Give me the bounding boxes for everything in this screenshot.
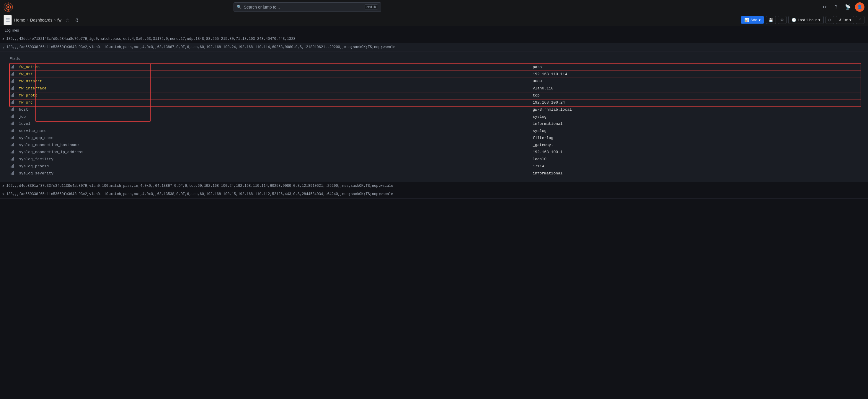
field-name: service_name bbox=[18, 128, 530, 135]
svg-rect-30 bbox=[13, 114, 14, 118]
bar-chart-icon[interactable] bbox=[11, 164, 15, 168]
star-icon: ☆ bbox=[66, 18, 69, 23]
search-icon: 🔍 bbox=[237, 5, 242, 9]
svg-rect-47 bbox=[12, 158, 13, 161]
svg-rect-9 bbox=[13, 65, 14, 68]
notifications-button[interactable]: 📡 bbox=[843, 2, 852, 12]
svg-rect-41 bbox=[12, 144, 13, 146]
svg-rect-22 bbox=[11, 102, 11, 104]
section-header: Log lines bbox=[0, 26, 868, 35]
breadcrumb: Home › Dashboards › fw bbox=[14, 18, 61, 23]
breadcrumb-home[interactable]: Home bbox=[14, 18, 25, 23]
bar-chart-icon[interactable] bbox=[11, 136, 15, 139]
svg-point-2 bbox=[7, 6, 9, 8]
log-row[interactable]: > 133,,,fae559338f65e11c53669fc3642c93c2… bbox=[0, 190, 868, 199]
bar-chart-icon[interactable] bbox=[11, 171, 15, 175]
field-value: 192.168.100.1 bbox=[530, 149, 861, 156]
add-panel-button[interactable]: 📊 Add ▾ bbox=[741, 16, 764, 24]
table-row: host gw-3.rhmlab.local bbox=[9, 106, 861, 113]
fields-header: Fields bbox=[9, 56, 861, 61]
bar-chart-icon[interactable] bbox=[11, 129, 15, 132]
save-dashboard-button[interactable]: 💾 bbox=[766, 16, 776, 24]
svg-rect-42 bbox=[13, 143, 14, 146]
bar-chart-icon[interactable] bbox=[11, 72, 15, 75]
time-range-picker[interactable]: 🕐 Last 1 hour ▾ bbox=[788, 16, 824, 24]
bell-icon: 📡 bbox=[845, 4, 851, 10]
expand-arrow[interactable]: > bbox=[2, 192, 4, 197]
field-value: filterlog bbox=[530, 135, 861, 142]
bar-chart-icon[interactable] bbox=[11, 143, 15, 146]
refresh-button[interactable]: ↺ 1m ▾ bbox=[836, 16, 854, 24]
svg-rect-39 bbox=[13, 136, 14, 139]
bar-chart-icon[interactable] bbox=[11, 86, 15, 90]
avatar[interactable]: 👤 bbox=[855, 2, 864, 12]
table-row: fw_action pass bbox=[9, 64, 861, 71]
svg-rect-46 bbox=[11, 159, 11, 161]
toolbar-right: 📊 Add ▾ 💾 ⚙ 🕐 Last 1 hour ▾ ⊖ ↺ 1m ▾ ⌃ bbox=[741, 16, 864, 24]
table-row: syslog_facility local0 bbox=[9, 156, 861, 163]
bar-chart-icon[interactable] bbox=[11, 100, 15, 104]
svg-rect-32 bbox=[12, 123, 13, 125]
log-row[interactable]: > 162,,,d4eb3301af37b33fe3fd1138e4ab8079… bbox=[0, 182, 868, 190]
svg-rect-14 bbox=[12, 80, 13, 82]
svg-rect-17 bbox=[12, 87, 13, 90]
bar-chart-icon[interactable] bbox=[11, 122, 15, 125]
table-row: fw_src 192.168.100.24 bbox=[9, 99, 861, 106]
search-bar[interactable]: 🔍 Search or jump to... cmd+k bbox=[234, 2, 381, 12]
field-name: job bbox=[18, 113, 530, 121]
table-row: job syslog bbox=[9, 113, 861, 121]
zoom-out-button[interactable]: ⊖ bbox=[826, 16, 834, 24]
svg-rect-29 bbox=[12, 115, 13, 118]
zoom-out-icon: ⊖ bbox=[828, 18, 831, 22]
table-row: fw_dstport 9080 bbox=[9, 78, 861, 85]
settings-icon: ⚙ bbox=[780, 18, 784, 22]
log-row-expanded[interactable]: ∨ 133,,,fae559338f65e11c53669fc3642c93c2… bbox=[0, 43, 868, 52]
breadcrumb-dashboards[interactable]: Dashboards bbox=[30, 18, 53, 23]
field-value: tcp bbox=[530, 92, 861, 99]
share-button[interactable]: ⟨⟩ bbox=[73, 16, 80, 24]
field-name: fw_action bbox=[18, 64, 530, 71]
collapse-button[interactable]: ⌃ bbox=[856, 16, 864, 24]
svg-rect-38 bbox=[12, 137, 13, 139]
bar-chart-icon[interactable] bbox=[11, 79, 15, 82]
svg-rect-10 bbox=[11, 74, 11, 75]
field-name: level bbox=[18, 121, 530, 128]
svg-rect-15 bbox=[13, 79, 14, 82]
table-row: fw_dst 192.168.110.114 bbox=[9, 71, 861, 78]
field-value: syslog bbox=[530, 128, 861, 135]
log-row-text: 162,,,d4eb3301af37b33fe3fd1138e4ab8079,v… bbox=[6, 183, 866, 189]
expand-arrow[interactable]: > bbox=[2, 37, 4, 42]
svg-rect-28 bbox=[11, 116, 11, 118]
field-name: syslog_connection_hostname bbox=[18, 142, 530, 149]
svg-rect-50 bbox=[12, 165, 13, 168]
log-row-text: 133,,,fae559338f65e11c53669fc3642c93c2,v… bbox=[6, 44, 866, 50]
table-row: syslog_procid 17114 bbox=[9, 163, 861, 170]
bar-chart-icon[interactable] bbox=[11, 93, 15, 97]
svg-rect-45 bbox=[13, 150, 14, 154]
save-icon: 💾 bbox=[769, 18, 773, 22]
settings-button[interactable]: ⚙ bbox=[778, 16, 786, 24]
expand-arrow[interactable]: > bbox=[2, 184, 4, 189]
star-button[interactable]: ☆ bbox=[64, 16, 71, 24]
hamburger-menu[interactable]: ☰ bbox=[4, 15, 12, 25]
collapse-arrow[interactable]: ∨ bbox=[2, 45, 4, 50]
help-button[interactable]: ? bbox=[831, 2, 841, 12]
svg-rect-13 bbox=[11, 81, 11, 82]
breadcrumb-current: fw bbox=[57, 18, 61, 23]
bar-chart-icon[interactable] bbox=[11, 114, 15, 118]
bar-chart-icon[interactable] bbox=[11, 150, 15, 154]
add-button[interactable]: + ▾ bbox=[819, 2, 829, 12]
grafana-logo[interactable] bbox=[4, 2, 13, 12]
bar-chart-icon[interactable] bbox=[11, 65, 15, 68]
log-row-text: 135,,,43ddc4e7182143cfd0e584aa8c76e779,i… bbox=[6, 36, 866, 42]
bar-chart-icon[interactable] bbox=[11, 107, 15, 111]
field-value: gw-3.rhmlab.local bbox=[530, 106, 861, 113]
svg-rect-31 bbox=[11, 123, 11, 125]
search-shortcut: cmd+k bbox=[365, 4, 378, 9]
refresh-chevron-icon: ▾ bbox=[849, 18, 851, 22]
bar-chart-icon[interactable] bbox=[11, 157, 15, 161]
field-name: syslog_facility bbox=[18, 156, 530, 163]
field-value: 17114 bbox=[530, 163, 861, 170]
log-row[interactable]: > 135,,,43ddc4e7182143cfd0e584aa8c76e779… bbox=[0, 35, 868, 43]
navbar: 🔍 Search or jump to... cmd+k + ▾ ? 📡 👤 bbox=[0, 0, 868, 14]
